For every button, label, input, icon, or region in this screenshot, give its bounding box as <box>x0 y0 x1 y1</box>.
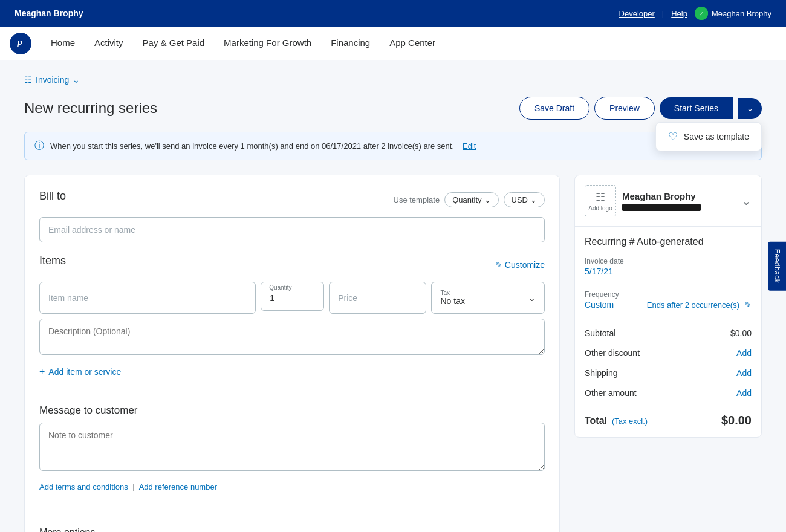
summary-header: ☷ Add logo Meaghan Brophy ⌄ <box>575 175 761 227</box>
start-series-dropdown-button[interactable]: ⌄ <box>738 98 762 119</box>
page-header: New recurring series Save Draft Preview … <box>24 97 762 120</box>
topbar-right: Developer | Help ✓ Meaghan Brophy <box>619 7 771 20</box>
help-link[interactable]: Help <box>671 9 687 18</box>
add-terms-link[interactable]: Add terms and conditions <box>39 482 128 491</box>
field-sep-1 <box>585 284 752 284</box>
terms-sep: | <box>132 482 134 491</box>
discount-label: Other discount <box>585 348 640 358</box>
shipping-add[interactable]: Add <box>736 368 752 378</box>
info-banner: ⓘ When you start this series, we'll send… <box>24 132 762 160</box>
total-tax[interactable]: (Tax excl.) <box>612 417 648 426</box>
header-actions: Save Draft Preview Start Series ⌄ ♡ Save… <box>519 97 762 120</box>
main-layout: Bill to Use template Quantity ⌄ USD ⌄ <box>24 175 762 532</box>
recurring-num: Recurring # Auto-generated <box>585 236 752 247</box>
currency-chevron: ⌄ <box>530 195 537 204</box>
topbar-left: Meaghan Brophy <box>15 8 83 18</box>
summary-expand-icon[interactable]: ⌄ <box>741 193 752 208</box>
qty-wrapper: Quantity <box>261 282 324 314</box>
tax-select[interactable]: Tax No tax ⌄ <box>431 282 545 314</box>
nav-activity[interactable]: Activity <box>85 27 133 60</box>
shipping-line: Shipping Add <box>585 363 752 383</box>
topbar-brand: Meaghan Brophy <box>15 8 83 18</box>
total-line: Total (Tax excl.) $0.00 <box>585 406 752 427</box>
user-avatar: ✓ <box>695 7 708 20</box>
page-title: New recurring series <box>24 100 157 117</box>
message-label: Message to customer <box>39 404 545 417</box>
form-card: Bill to Use template Quantity ⌄ USD ⌄ <box>24 175 560 532</box>
quantity-select[interactable]: Quantity ⌄ <box>444 192 498 207</box>
other-amount-add[interactable]: Add <box>736 388 752 398</box>
more-options-chevron: ⌄ <box>536 526 545 532</box>
section-divider-1 <box>39 392 545 392</box>
quantity-label: Quantity <box>269 284 291 291</box>
developer-link[interactable]: Developer <box>619 9 655 18</box>
navbar: P Home Activity Pay & Get Paid Marketing… <box>0 27 786 60</box>
info-icon: ⓘ <box>34 140 44 152</box>
description-input[interactable] <box>39 319 545 355</box>
frequency-field: Frequency Custom Ends after 2 occurrence… <box>585 290 752 310</box>
summary-logo-area: ☷ Add logo Meaghan Brophy <box>585 185 701 216</box>
add-item-button[interactable]: + Add item or service <box>39 364 121 380</box>
info-banner-text: When you start this series, we'll send a… <box>50 141 454 151</box>
feedback-tab[interactable]: Feedback <box>768 242 786 291</box>
currency-select[interactable]: USD ⌄ <box>504 192 545 207</box>
discount-line: Other discount Add <box>585 343 752 363</box>
subtotal-label: Subtotal <box>585 328 615 338</box>
quantity-chevron: ⌄ <box>484 195 491 204</box>
total-value: $0.00 <box>721 414 752 427</box>
add-logo-button[interactable]: ☷ Add logo <box>585 185 616 216</box>
nav-marketing[interactable]: Marketing For Growth <box>214 27 321 60</box>
plus-icon: + <box>39 366 45 377</box>
email-field[interactable] <box>39 217 545 242</box>
topbar-divider: | <box>662 9 664 18</box>
frequency-label: Frequency <box>585 290 752 299</box>
invoice-date-value: 5/17/21 <box>585 267 752 276</box>
start-series-button[interactable]: Start Series <box>660 97 733 119</box>
breadcrumb[interactable]: ☷ Invoicing ⌄ <box>24 75 762 85</box>
breadcrumb-label: Invoicing <box>36 75 69 85</box>
heart-icon: ♡ <box>668 130 678 143</box>
price-input[interactable] <box>329 282 426 314</box>
nav-pay-get-paid[interactable]: Pay & Get Paid <box>133 27 215 60</box>
summary-column: ☷ Add logo Meaghan Brophy ⌄ Recurring # … <box>574 175 762 532</box>
topbar-username: Meaghan Brophy <box>712 9 771 18</box>
invoice-date-field: Invoice date 5/17/21 <box>585 257 752 276</box>
nav-home[interactable]: Home <box>41 27 85 60</box>
save-draft-button[interactable]: Save Draft <box>519 97 590 120</box>
template-row: Use template Quantity ⌄ USD ⌄ <box>394 192 545 207</box>
form-column: Bill to Use template Quantity ⌄ USD ⌄ <box>24 175 560 532</box>
summary-body: Recurring # Auto-generated Invoice date … <box>575 227 761 437</box>
bill-to-label: Bill to <box>39 190 66 203</box>
use-template-text: Use template <box>394 195 440 204</box>
topbar-user[interactable]: ✓ Meaghan Brophy <box>695 7 771 20</box>
nav-financing[interactable]: Financing <box>321 27 380 60</box>
frequency-edit-icon[interactable]: ✎ <box>744 300 752 310</box>
preview-button[interactable]: Preview <box>594 97 655 120</box>
frequency-value: Custom <box>585 300 614 310</box>
tax-chevron: ⌄ <box>528 293 536 303</box>
svg-text:✓: ✓ <box>699 11 704 17</box>
topbar: Meaghan Brophy Developer | Help ✓ Meagha… <box>0 0 786 27</box>
company-info: Meaghan Brophy <box>622 191 701 211</box>
svg-text:P: P <box>16 39 22 50</box>
breadcrumb-chevron: ⌄ <box>73 75 80 85</box>
more-options-row[interactable]: More options ⌄ <box>39 516 545 532</box>
other-amount-line: Other amount Add <box>585 383 752 403</box>
breadcrumb-icon: ☷ <box>24 75 32 85</box>
item-name-input[interactable] <box>39 282 256 314</box>
info-edit-link[interactable]: Edit <box>463 141 476 151</box>
note-textarea[interactable] <box>39 423 545 471</box>
tax-value: No tax <box>440 296 464 306</box>
frequency-row: Custom Ends after 2 occurrence(s) ✎ <box>585 300 752 310</box>
subtotal-value: $0.00 <box>730 328 752 338</box>
logo-icon: ☷ <box>596 190 605 204</box>
terms-row: Add terms and conditions | Add reference… <box>39 482 545 491</box>
discount-add[interactable]: Add <box>736 348 752 358</box>
customize-button[interactable]: ✎ Customize <box>495 260 545 270</box>
save-template-label[interactable]: Save as template <box>684 132 749 141</box>
field-sep-2 <box>585 317 752 317</box>
nav-app-center[interactable]: App Center <box>380 27 445 60</box>
frequency-ends: Ends after 2 occurrence(s) <box>647 300 739 310</box>
more-options-label: More options <box>39 527 96 532</box>
add-reference-link[interactable]: Add reference number <box>139 482 217 491</box>
